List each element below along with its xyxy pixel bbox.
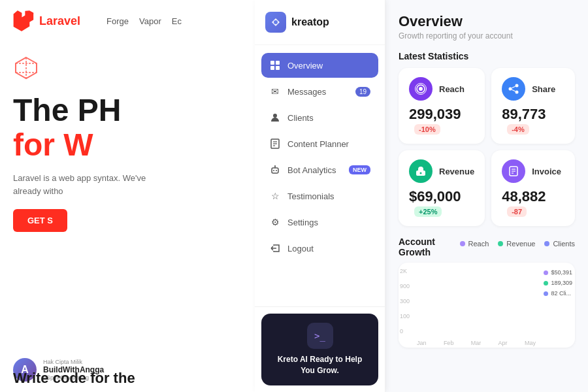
overview-icon	[269, 59, 281, 71]
laravel-website-bg: Laravel Forge Vapor Ec The PH for W Lara…	[0, 0, 255, 392]
x-label-may: May	[525, 340, 536, 346]
logout-icon	[269, 242, 281, 254]
sidebar-bottom: >_ Kreto AI Ready to Help You Grow.	[255, 306, 385, 392]
messages-badge: 19	[355, 87, 370, 97]
chart-right-item-2: 189,309	[544, 280, 572, 286]
reach-value: 299,039	[409, 106, 461, 122]
share-label: Share	[532, 84, 555, 94]
stat-card-revenue: Revenue $69,000 +25%	[399, 150, 485, 226]
laravel-subtext: Laravel is a web app syntax. We've alrea…	[13, 172, 157, 199]
stat-card-share: Share 89,773 -4%	[491, 68, 575, 144]
sidebar-logout-label: Logout	[287, 244, 314, 253]
dashboard-header: Overview Growth reporting of your accoun…	[399, 13, 575, 41]
kreto-card-title: Kreto AI Ready to Help You Grow.	[270, 354, 369, 376]
legend-clients: Clients	[544, 240, 575, 248]
sidebar-logo-icon	[265, 12, 286, 33]
svg-point-19	[515, 91, 519, 94]
svg-rect-1	[270, 61, 274, 65]
sidebar-overview-label: Overview	[287, 61, 323, 71]
settings-icon: ⚙	[269, 216, 281, 228]
sidebar: kreatop Overview ✉ Messages 19	[255, 0, 385, 392]
x-label-apr: Apr	[498, 340, 508, 346]
share-icon	[502, 77, 525, 101]
svg-point-13	[274, 165, 276, 167]
sidebar-item-content-planner[interactable]: Content Planner	[261, 131, 378, 156]
sidebar-item-logout[interactable]: Logout	[261, 236, 378, 261]
svg-point-11	[273, 170, 274, 171]
chart-right-item-1: $50,391	[544, 269, 572, 276]
share-badge: -4%	[507, 124, 529, 135]
stat-reach-header: Reach	[409, 77, 474, 101]
svg-rect-10	[272, 168, 278, 173]
legend-reach-dot	[460, 241, 465, 246]
chart-right-item-3: 82 Cli...	[544, 290, 572, 297]
stats-grid: Reach 299,039 -10% Share	[399, 68, 575, 226]
chart-container: 2K 900 300 100 0 JanFebMarAprMay $50,391	[399, 263, 575, 348]
revenue-value: $69,000	[409, 188, 461, 204]
svg-line-21	[512, 90, 515, 91]
reach-badge: -10%	[414, 124, 440, 135]
invoice-badge: -87	[507, 206, 527, 217]
sidebar-item-messages[interactable]: ✉ Messages 19	[261, 79, 378, 104]
revenue-icon	[409, 159, 433, 183]
legend-reach: Reach	[460, 240, 489, 248]
svg-point-5	[273, 114, 277, 118]
kreto-ai-card[interactable]: >_ Kreto AI Ready to Help You Grow.	[261, 314, 378, 385]
invoice-icon	[502, 159, 525, 183]
chart-y-labels: 2K 900 300 100 0	[399, 268, 410, 335]
share-value: 89,773	[502, 106, 546, 122]
chart-right-legend: $50,391 189,309 82 Cli...	[544, 269, 572, 297]
revenue-label: Revenue	[439, 167, 474, 176]
x-label-jan: Jan	[417, 340, 427, 346]
laravel-nav-links: Forge Vapor Ec	[106, 16, 182, 26]
svg-point-23	[420, 172, 422, 174]
nav-vapor[interactable]: Vapor	[139, 16, 161, 26]
laravel-nav: Laravel Forge Vapor Ec	[0, 0, 255, 42]
chart-section: Account Growth Reach Revenue Clients 2K	[399, 237, 575, 348]
svg-line-20	[512, 86, 515, 88]
chart-legend: Reach Revenue Clients	[460, 240, 575, 248]
messages-icon: ✉	[269, 86, 281, 97]
svg-point-18	[509, 88, 512, 91]
sidebar-testimonials-label: Testimonials	[287, 191, 335, 201]
sidebar-item-bot-analytics[interactable]: Bot Analytics NEW	[261, 157, 378, 182]
dashboard: Overview Growth reporting of your accoun…	[385, 0, 588, 392]
chart-title: Account Growth	[399, 237, 460, 257]
legend-revenue: Revenue	[498, 240, 535, 248]
stat-card-invoice: Invoice 48,882 -87	[491, 150, 575, 226]
content-planner-icon	[269, 138, 281, 150]
sidebar-item-clients[interactable]: Clients	[261, 105, 378, 130]
x-label-mar: Mar	[471, 340, 482, 346]
nav-ec[interactable]: Ec	[172, 16, 182, 26]
bot-analytics-new-badge: NEW	[349, 165, 370, 174]
dashboard-title: Overview	[399, 13, 575, 30]
sidebar-logo: kreatop	[255, 0, 385, 45]
nav-forge[interactable]: Forge	[106, 16, 129, 26]
x-label-feb: Feb	[444, 340, 454, 346]
sidebar-bot-analytics-label: Bot Analytics	[287, 165, 336, 175]
laravel-heading: The PH for W	[13, 93, 242, 163]
sidebar-item-settings[interactable]: ⚙ Settings	[261, 210, 378, 235]
sidebar-item-testimonials[interactable]: ☆ Testimonials	[261, 184, 378, 208]
sidebar-item-overview[interactable]: Overview	[261, 53, 378, 78]
svg-rect-4	[276, 66, 280, 70]
kreto-ai-icon: >_	[307, 323, 333, 349]
stat-invoice-header: Invoice	[502, 159, 564, 183]
share-value-row: 89,773 -4%	[502, 106, 564, 135]
laravel-logo: Laravel	[13, 10, 80, 31]
invoice-value-row: 48,882 -87	[502, 188, 564, 217]
laravel-get-started-btn[interactable]: GET S	[13, 209, 67, 232]
legend-revenue-dot	[498, 241, 503, 246]
invoice-label: Invoice	[532, 167, 561, 176]
svg-rect-2	[276, 61, 280, 65]
sidebar-navigation: Overview ✉ Messages 19 Clients	[255, 45, 385, 306]
stat-revenue-header: Revenue	[409, 159, 474, 183]
clients-icon	[269, 112, 281, 123]
svg-point-12	[276, 170, 277, 171]
laravel-hero: The PH for W Laravel is a web app syntax…	[0, 42, 255, 238]
sidebar-clients-label: Clients	[287, 113, 314, 123]
chart-x-labels: JanFebMarAprMay	[417, 340, 536, 346]
sidebar-messages-label: Messages	[287, 87, 326, 97]
sidebar-settings-label: Settings	[287, 218, 318, 227]
stat-share-header: Share	[502, 77, 564, 101]
